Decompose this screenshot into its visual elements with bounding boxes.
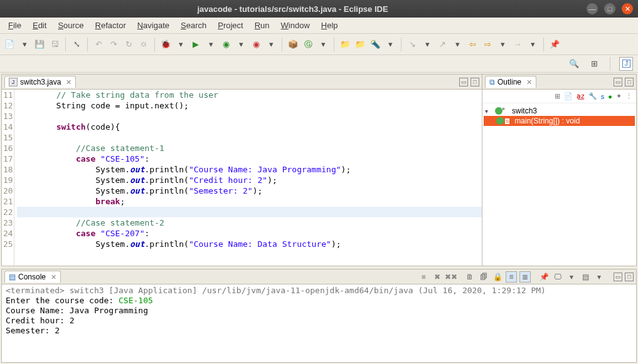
search-icon[interactable]: 🔍 (567, 57, 581, 71)
menu-window[interactable]: Window (275, 18, 316, 33)
dropdown-icon[interactable]: ▾ (174, 38, 188, 51)
code-line-20[interactable]: System.out.println("Semester: 2"); (17, 185, 482, 196)
wand-icon[interactable]: ⤡ (70, 38, 83, 51)
code-area[interactable]: // Take string data from the user String… (14, 90, 482, 266)
new-class-icon[interactable]: 📁 (353, 38, 367, 51)
dropdown-icon[interactable]: ▾ (420, 38, 434, 51)
menu-source[interactable]: Source (52, 18, 89, 33)
open-perspective-icon[interactable]: ⊞ (587, 57, 601, 71)
maximize-icon[interactable]: □ (471, 78, 479, 86)
redo2-icon[interactable]: ↻ (122, 38, 136, 51)
menu-edit[interactable]: Edit (27, 18, 52, 33)
minimize-icon[interactable]: ▭ (459, 78, 468, 86)
step-icon[interactable]: ↘ (405, 38, 419, 51)
az-icon[interactable]: a͟z (577, 92, 585, 100)
java-perspective-icon[interactable]: 🄹 (619, 57, 633, 71)
run-icon[interactable]: ▶ (189, 38, 203, 51)
search-icon[interactable]: 🔦 (368, 38, 382, 51)
code-line-19[interactable]: System.out.println("Credit hour: 2"); (17, 175, 482, 185)
dropdown-icon[interactable]: ▾ (316, 38, 330, 51)
console-tab[interactable]: ▤ Console ✕ (4, 271, 61, 283)
console-output[interactable]: <terminated> switch3 [Java Application] … (2, 284, 636, 362)
step2-icon[interactable]: ↗ (435, 38, 449, 51)
menu-icon[interactable]: ⋮ (625, 92, 632, 100)
new-pkg-icon[interactable]: 📦 (286, 38, 300, 51)
dropdown-icon[interactable]: ▾ (593, 271, 605, 283)
scroll-lock-icon[interactable]: 🗐 (478, 271, 489, 283)
pin2-icon[interactable]: 🔒 (492, 271, 503, 283)
coverage-icon[interactable]: ◉ (219, 38, 233, 51)
code-line-16[interactable]: //Case statement-1 (17, 143, 482, 153)
code-line-18[interactable]: System.out.println("Course Name: Java Pr… (17, 164, 482, 175)
clear-icon[interactable]: 🗎 (464, 271, 476, 283)
save-icon[interactable]: 💾 (33, 38, 46, 51)
new-type-icon[interactable]: Ⓖ (301, 38, 315, 51)
outline-tab[interactable]: ⧉ Outline ✕ (485, 76, 536, 88)
back-icon[interactable]: ⇦ (465, 38, 479, 51)
minimize-icon[interactable]: ▭ (614, 273, 622, 281)
pin-console-icon[interactable]: 📌 (538, 271, 550, 283)
menu-refactor[interactable]: Refactor (90, 18, 132, 33)
menu-run[interactable]: Run (249, 18, 275, 33)
dropdown-icon[interactable]: ▾ (234, 38, 248, 51)
ext-tools-icon[interactable]: ◉ (249, 38, 263, 51)
code-line-15[interactable] (17, 132, 482, 143)
hide-fields-icon[interactable]: 🔧 (588, 92, 597, 100)
expand-icon[interactable]: ▾ (485, 108, 492, 115)
open-console-icon[interactable]: ▤ (580, 271, 591, 283)
new-icon[interactable]: 📄 (3, 38, 16, 51)
remove-all-icon[interactable]: ✖✖ (445, 271, 457, 283)
save-all-icon[interactable]: 🖫 (48, 38, 61, 51)
dropdown-icon[interactable]: ▾ (18, 38, 31, 51)
maximize-button[interactable]: □ (604, 3, 615, 14)
folder-icon[interactable]: 📁 (338, 38, 352, 51)
show-icon[interactable]: ≣ (519, 271, 531, 283)
redo-icon[interactable]: ↷ (107, 38, 120, 51)
minimize-icon[interactable]: ▭ (614, 78, 622, 86)
close-button[interactable]: ✕ (622, 3, 633, 14)
remove-icon[interactable]: ✖ (432, 271, 443, 283)
dropdown-icon[interactable]: ▾ (496, 38, 509, 51)
debug-icon[interactable]: 🐞 (159, 38, 173, 51)
filter-icon[interactable]: 📄 (564, 92, 573, 100)
close-icon[interactable]: ✕ (51, 273, 56, 281)
menu-navigate[interactable]: Navigate (132, 18, 175, 33)
dropdown-icon[interactable]: ▾ (566, 271, 577, 283)
close-icon[interactable]: ✕ (526, 78, 532, 86)
outline-method-main[interactable]: S main(String[]) : void (484, 116, 635, 126)
code-line-13[interactable] (17, 111, 482, 122)
menu-file[interactable]: File (3, 18, 27, 33)
star-icon[interactable]: ✦ (616, 92, 622, 100)
code-line-25[interactable]: System.out.println("Course Name: Data St… (17, 239, 482, 249)
dropdown-icon[interactable]: ▾ (383, 38, 397, 51)
code-line-24[interactable]: case "CSE-207": (17, 228, 482, 239)
wrap-icon[interactable]: ≡ (506, 271, 517, 283)
pin-icon[interactable]: 📌 (548, 38, 561, 51)
build-icon[interactable]: ⛭ (137, 38, 151, 51)
menu-project[interactable]: Project (212, 18, 248, 33)
minimize-button[interactable]: — (587, 3, 598, 14)
editor-tab-switch3[interactable]: J switch3.java ✕ (4, 76, 76, 88)
code-line-14[interactable]: switch(code){ (17, 122, 482, 132)
code-line-22[interactable] (17, 207, 482, 217)
hide-static-icon[interactable]: s (601, 93, 605, 100)
display-icon[interactable]: 🖵 (552, 271, 563, 283)
code-line-11[interactable]: // Take string data from the user (17, 90, 482, 100)
dropdown-icon[interactable]: ▾ (264, 38, 278, 51)
dropdown-icon[interactable]: ▾ (204, 38, 218, 51)
menu-search[interactable]: Search (175, 18, 212, 33)
menu-help[interactable]: Help (316, 18, 344, 33)
sort-icon[interactable]: ⊞ (555, 92, 560, 100)
maximize-icon[interactable]: □ (625, 78, 634, 86)
undo-icon[interactable]: ↶ (92, 38, 105, 51)
dropdown-icon[interactable]: ▾ (450, 38, 464, 51)
next2-icon[interactable]: → (511, 38, 524, 51)
terminate-icon[interactable]: ■ (418, 271, 429, 283)
code-editor[interactable]: 111213141516171819202122232425 // Take s… (2, 90, 482, 266)
maximize-icon[interactable]: □ (625, 273, 634, 281)
code-line-17[interactable]: case "CSE-105": (17, 153, 482, 164)
outline-class[interactable]: ▾ ▸ switch3 (484, 106, 635, 116)
code-line-23[interactable]: //Case statement-2 (17, 217, 482, 228)
green-icon[interactable]: ● (608, 93, 612, 100)
fwd-icon[interactable]: ⇨ (481, 38, 494, 51)
